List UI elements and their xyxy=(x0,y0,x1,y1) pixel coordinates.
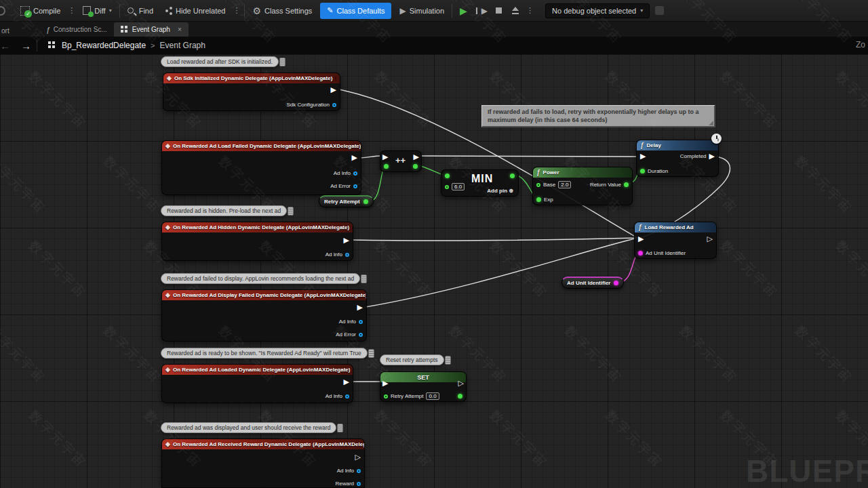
comment-bubble[interactable]: Reset retry attempts xyxy=(380,354,444,365)
exec-out-pin[interactable]: ▶ xyxy=(344,378,349,386)
exec-in-pin[interactable]: ▶ xyxy=(382,380,388,387)
duration-pin[interactable] xyxy=(640,169,645,174)
play-options-menu[interactable]: ⋮ xyxy=(524,6,536,15)
ad-unit-identifier-pin[interactable] xyxy=(638,251,643,256)
ad-info-pin[interactable] xyxy=(353,171,357,176)
node-on-sdk-initialized[interactable]: ◈ On Sdk Initialized Dynamic Delegate (A… xyxy=(163,73,340,111)
comment-bubble[interactable]: Rewarded ad is ready to be shown. "Is Re… xyxy=(161,348,368,359)
class-defaults-button[interactable]: ✎ Class Defaults xyxy=(320,3,391,19)
hide-unrelated-options-menu[interactable]: ⋮ xyxy=(231,6,242,15)
getter-retry-attempt[interactable]: Retry Attempt xyxy=(319,195,374,207)
diff-button[interactable]: Diff ▾ xyxy=(77,0,117,22)
add-pin-button[interactable]: Add pin ⊕ xyxy=(487,188,513,194)
node-load-rewarded-ad[interactable]: ƒ Load Rewarded Ad ▶ ▷ Ad Unit Identifie… xyxy=(634,222,717,259)
node-min[interactable]: MIN 6.0 Add pin ⊕ xyxy=(441,169,519,197)
node-on-rewarded-ad-hidden[interactable]: ◈ On Rewarded Ad Hidden Dynamic Delegate… xyxy=(161,222,353,261)
node-set-retry-attempt[interactable]: SET ▶ ▷ Retry Attempt 0.0 xyxy=(380,371,467,402)
node-increment[interactable]: ++ ▶ ▶ xyxy=(380,150,422,172)
exec-in-pin[interactable]: ▶ xyxy=(382,153,388,161)
tab-construction-script[interactable]: ƒ Construction Sc... xyxy=(39,22,114,37)
tab-event-graph[interactable]: Event Graph × xyxy=(114,22,189,37)
value-in-pin[interactable] xyxy=(384,164,389,169)
retry-attempt-value[interactable]: 0.0 xyxy=(426,392,439,400)
comment-bubble[interactable]: Rewarded ad is hidden. Pre-load the next… xyxy=(161,205,287,216)
pin-label: Duration xyxy=(648,168,668,174)
exec-out-pin[interactable]: ▶ xyxy=(344,237,349,244)
retry-attempt-out-pin[interactable] xyxy=(363,199,368,204)
node-on-rewarded-ad-display-failed[interactable]: ◈ On Rewarded Ad Display Failed Dynamic … xyxy=(161,289,367,342)
exec-out-pin[interactable]: ▶ xyxy=(357,304,363,311)
comment-text: Load rewarded ad after SDK is initialize… xyxy=(167,58,273,65)
comment-handle-icon[interactable] xyxy=(368,349,374,358)
exec-out-pin[interactable]: ▶ xyxy=(414,153,419,161)
find-button[interactable]: Find xyxy=(122,0,159,22)
comment-handle-icon[interactable] xyxy=(337,424,343,432)
base-value[interactable]: 2.0 xyxy=(558,181,571,188)
exec-out-pin[interactable]: ▷ xyxy=(355,453,361,461)
debug-object-dropdown[interactable]: No debug object selected ▾ xyxy=(545,3,650,18)
ad-error-pin[interactable] xyxy=(359,333,363,337)
play-button[interactable]: ▶ xyxy=(454,0,473,22)
retry-attempt-in-pin[interactable] xyxy=(384,394,388,399)
value-out-pin[interactable] xyxy=(413,164,418,169)
ad-error-pin[interactable] xyxy=(353,184,357,188)
base-pin[interactable] xyxy=(536,183,540,187)
comment-bubble[interactable]: Load rewarded ad after SDK is initialize… xyxy=(161,56,279,67)
exec-in-pin[interactable]: ▶ xyxy=(638,235,644,243)
comment-handle-icon[interactable] xyxy=(288,207,294,216)
comment-text: Rewarded ad is ready to be shown. "Is Re… xyxy=(167,350,361,357)
exp-pin[interactable] xyxy=(536,197,541,202)
ad-info-pin[interactable] xyxy=(345,394,349,399)
comment-text: Rewarded ad was displayed and user shoul… xyxy=(167,424,330,431)
completed-exec-out-pin[interactable]: ▶ xyxy=(709,152,715,160)
comment-bubble[interactable]: Rewarded ad failed to display. AppLovin … xyxy=(161,273,360,284)
ad-info-pin[interactable] xyxy=(345,253,349,257)
tab-viewport-clipped[interactable]: ort xyxy=(0,27,12,37)
comment-handle-icon[interactable] xyxy=(361,274,367,283)
back-arrow-icon[interactable]: ← xyxy=(0,40,16,52)
hide-unrelated-button[interactable]: Hide Unrelated xyxy=(159,0,231,22)
stop-button[interactable] xyxy=(491,0,507,22)
gear-icon: ⚙ xyxy=(252,5,261,16)
ad-info-pin[interactable] xyxy=(359,320,363,324)
min-output-pin[interactable] xyxy=(510,174,515,178)
getter-ad-unit-identifier[interactable]: Ad Unit Identifier xyxy=(561,277,624,289)
return-value-pin[interactable] xyxy=(624,182,629,187)
exec-out-pin[interactable]: ▶ xyxy=(352,154,357,161)
frame-skip-button[interactable]: ▶ xyxy=(473,0,491,22)
node-on-rewarded-ad-loaded[interactable]: ◈ On Rewarded Ad Loaded Dynamic Delegate… xyxy=(161,364,353,403)
exec-out-pin[interactable]: ▶ xyxy=(331,86,336,94)
compile-button[interactable]: Compile xyxy=(15,0,66,22)
close-icon[interactable]: × xyxy=(178,26,182,33)
forward-arrow-icon[interactable]: → xyxy=(16,40,37,52)
wire-exec-increment-to-delay xyxy=(420,156,637,157)
comment-handle-icon[interactable] xyxy=(279,58,285,66)
delegate-pin[interactable] xyxy=(335,76,336,81)
node-on-rewarded-ad-received-reward[interactable]: ◈ On Rewarded Ad Received Reward Dynamic… xyxy=(161,439,365,488)
exec-out-pin[interactable]: ▷ xyxy=(707,235,713,243)
comment-bubble[interactable]: Rewarded ad was displayed and user shoul… xyxy=(161,422,336,433)
breadcrumb-graph[interactable]: Event Graph xyxy=(160,41,205,50)
eject-button[interactable] xyxy=(507,0,524,22)
node-power[interactable]: ƒ Power Base 2.0 Return Value Exp xyxy=(532,167,633,205)
ad-unit-out-pin[interactable] xyxy=(614,281,618,285)
min-input-b-pin[interactable] xyxy=(445,185,449,189)
node-delay[interactable]: ƒ Delay ▶ Completed ▶ Duration xyxy=(636,140,719,177)
comment-handle-icon[interactable] xyxy=(445,356,451,365)
class-settings-button[interactable]: ⚙ Class Settings xyxy=(247,0,317,22)
compile-options-menu[interactable]: ⋮ xyxy=(66,6,77,15)
delegate-pin[interactable] xyxy=(352,225,353,230)
reward-pin[interactable] xyxy=(357,482,361,486)
exec-in-pin[interactable]: ▶ xyxy=(640,152,646,160)
ad-info-pin[interactable] xyxy=(357,469,361,473)
min-input-a-pin[interactable] xyxy=(445,174,450,178)
node-title: Delay xyxy=(647,142,661,148)
breadcrumb-blueprint[interactable]: Bp_RewardedDelegate xyxy=(62,41,146,50)
retry-comment-box[interactable]: If rewarded ad fails to load, retry with… xyxy=(481,105,715,127)
sdk-configuration-pin[interactable] xyxy=(332,103,336,107)
node-on-rewarded-ad-load-failed[interactable]: ◈ On Rewarded Ad Load Failed Dynamic Del… xyxy=(161,140,361,195)
min-input-b-value[interactable]: 6.0 xyxy=(452,183,465,190)
simulation-button[interactable]: ▶ Simulation xyxy=(394,0,450,22)
exec-out-pin[interactable]: ▷ xyxy=(458,380,464,387)
retry-attempt-out-pin[interactable] xyxy=(458,394,462,399)
